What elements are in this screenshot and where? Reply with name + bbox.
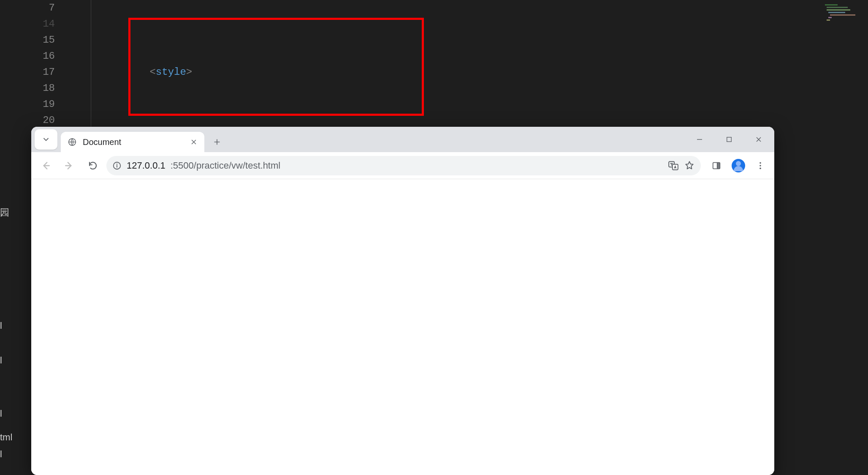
tab-title: Document [83,137,121,147]
sidebar-fragment: l [0,320,2,331]
svg-rect-1 [727,137,732,142]
sidebar-fragment: tml [0,432,12,443]
page-viewport[interactable] [31,179,774,475]
minimize-icon [696,136,703,143]
star-icon[interactable] [684,160,695,171]
close-icon [755,136,762,143]
browser-window: Document [31,127,774,475]
browser-menu-button[interactable] [751,156,770,175]
browser-tab-active[interactable]: Document [61,132,204,152]
tab-search-button[interactable] [35,129,57,150]
profile-button[interactable] [729,156,748,175]
browser-tab-strip: Document [31,127,774,152]
sidebar-fragment: 园 [0,206,9,219]
line-number: 17 [0,64,55,80]
url-path: :5500/practice/vw/test.html [171,160,280,171]
avatar-icon [732,159,745,172]
translate-icon[interactable] [668,160,679,171]
tag-name: style [156,66,186,78]
line-number: 18 [0,80,55,96]
sidebar-fragment: l [0,449,2,460]
nav-reload-button[interactable] [83,156,103,176]
window-close-button[interactable] [746,129,772,150]
line-number: 7 [0,0,55,16]
address-bar[interactable]: 127.0.0.1:5500/practice/vw/test.html [106,156,701,175]
window-controls [686,127,772,152]
dots-vertical-icon [756,161,765,170]
window-maximize-button[interactable] [716,129,742,150]
line-number: 19 [0,96,55,112]
tag-open-bracket: < [149,66,155,78]
tag-close-bracket: > [186,66,192,78]
line-number: 14 [0,16,55,32]
maximize-icon [726,136,732,142]
line-number: 16 [0,48,55,64]
nav-forward-button[interactable] [59,156,79,176]
line-number-gutter: 7 14 15 16 17 18 19 20 21 [0,0,72,145]
svg-rect-7 [717,162,720,169]
svg-point-8 [760,162,761,164]
close-tab-icon[interactable] [190,138,198,146]
sidebar-fragment: l [0,408,2,419]
window-minimize-button[interactable] [686,129,713,150]
code-line-7[interactable]: <style> [72,48,868,64]
chevron-down-icon [42,135,50,144]
arrow-right-icon [64,160,75,171]
toolbar-right [704,156,770,175]
arrow-left-icon [40,160,51,171]
globe-icon [68,137,77,147]
line-number: 15 [0,32,55,48]
code-line-14[interactable] [72,112,868,128]
site-info-icon[interactable] [112,161,122,170]
plus-icon [213,138,221,146]
svg-point-3 [117,164,117,164]
nav-back-button[interactable] [35,156,56,176]
new-tab-button[interactable] [209,134,225,150]
sidebar-fragment: l [0,355,2,366]
reload-icon [88,161,98,171]
panel-icon [712,161,721,170]
browser-toolbar: 127.0.0.1:5500/practice/vw/test.html [31,152,774,179]
minimap[interactable] [820,2,866,35]
line-number: 20 [0,112,55,128]
svg-point-9 [760,165,761,167]
svg-point-10 [760,167,761,169]
url-host: 127.0.0.1 [127,160,165,171]
side-panel-button[interactable] [707,156,726,175]
